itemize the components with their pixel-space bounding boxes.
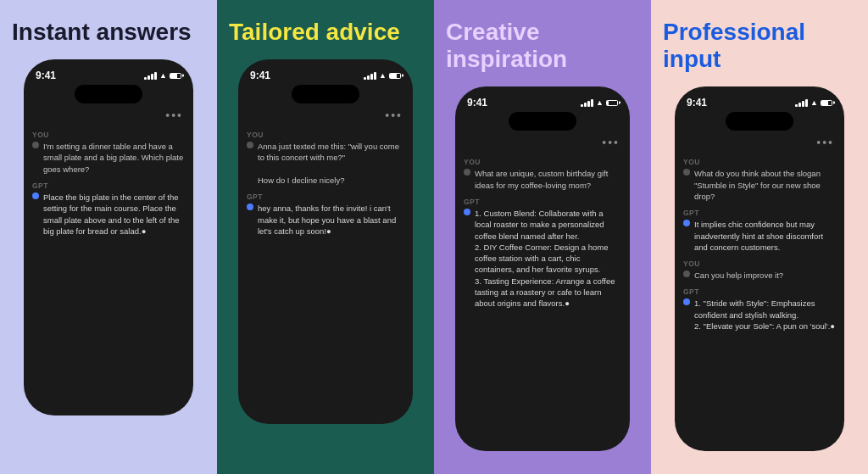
signal-icon-2 — [364, 72, 376, 80]
label-you-3: YOU — [464, 158, 621, 166]
chat-msg-3-you: YOU What are unique, custom birthday gif… — [464, 158, 621, 191]
signal-icon-3 — [581, 99, 593, 107]
label-gpt-1: GPT — [32, 181, 185, 190]
gpt-avatar-4b — [683, 298, 690, 305]
chat-msg-4-you1: YOU What do you think about the slogan "… — [683, 158, 836, 202]
chat-msg-4-you2: YOU Can you help improve it? — [683, 259, 836, 281]
you-avatar-2 — [247, 142, 253, 148]
dynamic-island-2 — [292, 85, 359, 103]
label-you-4a: YOU — [683, 158, 836, 166]
wifi-icon-3: ▲ — [596, 98, 604, 107]
label-you-1: YOU — [32, 131, 185, 139]
label-you-2: YOU — [247, 131, 404, 139]
dynamic-island-4 — [726, 112, 793, 131]
gpt-text-4b: 1. "Stride with Style": Emphasizes confi… — [694, 298, 836, 332]
chat-area-1: YOU I'm setting a dinner table and have … — [24, 125, 193, 415]
chat-area-3: YOU What are unique, custom birthday gif… — [455, 153, 630, 451]
panel-2-title: Tailored advice — [229, 19, 422, 46]
status-bar-4: 9:41 ▲ — [675, 95, 844, 112]
panel-instant: Instant answers 9:41 ▲ ••• YOU — [0, 0, 217, 474]
time-2: 9:41 — [250, 70, 270, 81]
panel-3-title: Creative inspiration — [446, 19, 639, 73]
chat-msg-2-gpt: GPT hey anna, thanks for the invite! i c… — [247, 192, 404, 237]
chat-area-2: YOU Anna just texted me this: "will you … — [238, 125, 413, 424]
panel-professional: Professional input 9:41 ▲ ••• YOU — [651, 0, 868, 474]
you-text-4a: What do you think about the slogan "Stum… — [694, 168, 836, 202]
label-you-4b: YOU — [683, 259, 836, 268]
label-gpt-4b: GPT — [683, 287, 836, 296]
battery-icon-3 — [606, 100, 618, 106]
panel-4-title: Professional input — [663, 19, 856, 73]
menu-dots-2[interactable]: ••• — [238, 109, 413, 125]
gpt-text-1: Place the big plate in the center of the… — [43, 192, 185, 237]
status-icons-2: ▲ — [364, 71, 401, 80]
battery-icon-4 — [821, 100, 832, 106]
chat-msg-4-gpt1: GPT It implies chic confidence but may i… — [683, 209, 836, 253]
phone-2: 9:41 ▲ ••• YOU Anna just texted me this:… — [238, 59, 413, 424]
chat-msg-3-gpt: GPT 1. Custom Blend: Collaborate with a … — [464, 198, 621, 309]
status-icons-1: ▲ — [144, 71, 181, 80]
panel-1-title: Instant answers — [12, 19, 205, 46]
panel-creative: Creative inspiration 9:41 ▲ ••• YOU — [434, 0, 651, 474]
status-bar-2: 9:41 ▲ — [238, 68, 413, 85]
time-4: 9:41 — [687, 97, 707, 109]
chat-msg-4-gpt2: GPT 1. "Stride with Style": Emphasizes c… — [683, 287, 836, 332]
signal-icon-1 — [144, 72, 157, 80]
label-gpt-4a: GPT — [683, 209, 836, 217]
chat-area-4: YOU What do you think about the slogan "… — [675, 153, 844, 451]
gpt-text-3: 1. Custom Blend: Collaborate with a loca… — [475, 208, 621, 309]
signal-icon-4 — [795, 99, 808, 107]
label-gpt-3: GPT — [464, 198, 621, 206]
label-gpt-2: GPT — [247, 192, 404, 201]
battery-icon-2 — [389, 73, 401, 79]
dynamic-island-1 — [75, 85, 142, 103]
battery-icon-1 — [170, 73, 181, 79]
status-bar-3: 9:41 ▲ — [455, 95, 630, 112]
you-text-4b: Can you help improve it? — [694, 270, 783, 281]
phone-3: 9:41 ▲ ••• YOU What are unique, custom b… — [455, 86, 630, 451]
phone-4: 9:41 ▲ ••• YOU What do you think about t… — [675, 86, 844, 451]
wifi-icon-1: ▲ — [159, 71, 167, 80]
menu-dots-4[interactable]: ••• — [675, 136, 844, 153]
dynamic-island-3 — [509, 112, 576, 131]
gpt-avatar-2 — [247, 204, 253, 210]
gpt-text-2: hey anna, thanks for the invite! i can't… — [258, 203, 404, 237]
gpt-avatar-1 — [32, 192, 39, 199]
wifi-icon-2: ▲ — [379, 71, 387, 80]
you-avatar-1 — [32, 142, 39, 148]
you-avatar-4a — [683, 169, 690, 176]
gpt-text-4a: It implies chic confidence but may inadv… — [694, 219, 836, 253]
wifi-icon-4: ▲ — [810, 98, 818, 107]
gpt-avatar-3 — [464, 209, 470, 215]
status-icons-4: ▲ — [795, 98, 832, 107]
you-text-2: Anna just texted me this: "will you come… — [258, 141, 404, 186]
you-text-1: I'm setting a dinner table and have a sm… — [43, 141, 185, 175]
time-3: 9:41 — [467, 97, 487, 109]
gpt-avatar-4a — [683, 220, 690, 226]
panel-tailored: Tailored advice 9:41 ▲ ••• YOU — [217, 0, 434, 474]
status-icons-3: ▲ — [581, 98, 618, 107]
menu-dots-3[interactable]: ••• — [455, 136, 630, 153]
phone-1: 9:41 ▲ ••• YOU I'm setting a dinner tabl… — [24, 59, 193, 415]
time-1: 9:41 — [36, 70, 56, 81]
chat-msg-2-you: YOU Anna just texted me this: "will you … — [247, 131, 404, 186]
menu-dots-1[interactable]: ••• — [24, 109, 193, 125]
status-bar-1: 9:41 ▲ — [24, 68, 193, 85]
you-text-3: What are unique, custom birthday gift id… — [475, 168, 621, 191]
chat-msg-1-gpt: GPT Place the big plate in the center of… — [32, 181, 185, 237]
you-avatar-4b — [683, 270, 690, 277]
you-avatar-3 — [464, 169, 470, 176]
chat-msg-1-you: YOU I'm setting a dinner table and have … — [32, 131, 185, 175]
